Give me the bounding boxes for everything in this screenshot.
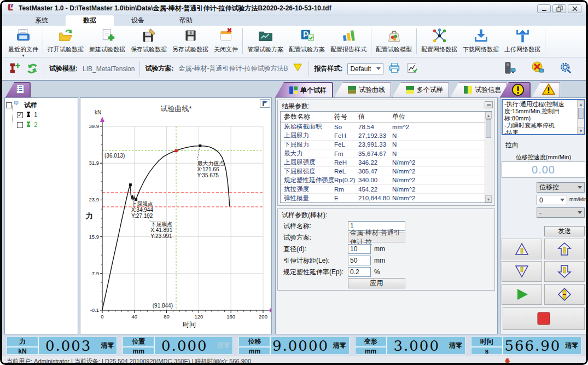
fast-down-button[interactable] bbox=[502, 261, 542, 282]
scrollbar-thumb[interactable] bbox=[578, 108, 584, 119]
results-row[interactable]: 规定塑性延伸强度Rp(0.2)340.00N/mm^2 bbox=[281, 176, 485, 185]
chevron-down-icon bbox=[376, 67, 381, 70]
send-button[interactable]: 发送 bbox=[544, 226, 585, 236]
results-cell: N bbox=[392, 150, 430, 157]
ribbon-button-管理试验方案[interactable]: 管理试验方案 bbox=[244, 27, 286, 56]
results-row[interactable]: 原始横截面积So78.54mm^2 bbox=[281, 123, 485, 131]
ribbon-button-label: 关闭文件 bbox=[214, 45, 238, 54]
control-mode-select[interactable]: 位移控 bbox=[537, 182, 585, 193]
tree-item-1[interactable]: ✓1 bbox=[10, 110, 77, 120]
results-row[interactable]: 抗拉强度Rm454.22N/mm^2 bbox=[281, 185, 485, 194]
scheme-warning-icon[interactable] bbox=[293, 62, 304, 76]
svg-text:31.9: 31.9 bbox=[89, 160, 100, 166]
tab-specimen-list[interactable] bbox=[5, 82, 31, 97]
menu-item-帮助[interactable]: 帮助 bbox=[162, 15, 210, 26]
clamp-button[interactable] bbox=[544, 284, 585, 305]
gear-search-icon[interactable] bbox=[560, 61, 573, 77]
results-row[interactable]: 最大力Fm35,674.67N bbox=[281, 149, 485, 158]
jog-down-button[interactable] bbox=[544, 261, 585, 282]
setpoint-input[interactable]: 0 bbox=[537, 195, 567, 205]
results-group: 结果参数: 参数名称符号值单位原始横截面积So78.54mm^2上屈服力FeH2… bbox=[277, 100, 495, 206]
tab-alarm-0[interactable] bbox=[500, 82, 531, 97]
minimize-button[interactable] bbox=[537, 4, 551, 13]
scheme-warning-icon bbox=[293, 66, 304, 75]
field-input[interactable]: 10 bbox=[348, 244, 371, 254]
collapse-results-button[interactable] bbox=[485, 101, 493, 108]
svg-text:120: 120 bbox=[194, 314, 203, 320]
item-checkbox[interactable]: ✓ bbox=[17, 112, 23, 118]
tab-试验曲线[interactable]: 试验曲线 bbox=[334, 82, 391, 97]
results-row[interactable]: 下屈服力FeL23,991.33N bbox=[281, 141, 485, 149]
tab-tiles-icon bbox=[348, 86, 356, 94]
menu-item-系统[interactable]: 系统 bbox=[18, 15, 66, 26]
ribbon-button-打开试验数据[interactable]: 打开试验数据 bbox=[45, 27, 86, 56]
results-cell: FeL bbox=[334, 141, 358, 148]
ribbon-button-新建试验数据[interactable]: 新建试验数据 bbox=[86, 27, 128, 56]
fast-up-button[interactable] bbox=[502, 239, 542, 259]
restore-button[interactable] bbox=[552, 4, 566, 13]
svg-text:时间: 时间 bbox=[183, 321, 196, 328]
measure-cell-时间: 时间s566.90清零 bbox=[471, 337, 581, 355]
tab-alarm-1[interactable] bbox=[532, 82, 560, 97]
process-log[interactable]: -执行:通用过程(控制速度:15mm/Min,控制目标:80mm) -力瞬时衰减… bbox=[502, 99, 585, 135]
clear-button[interactable]: 清零 bbox=[214, 337, 232, 354]
measure-value: 566.90 bbox=[503, 337, 562, 354]
report-style-select[interactable]: Default bbox=[347, 63, 383, 74]
scrollbar-thumb[interactable] bbox=[486, 119, 491, 138]
item-checkbox[interactable] bbox=[17, 122, 23, 128]
tree-item-2[interactable]: 2 bbox=[10, 120, 77, 130]
svg-text:Y:23.991: Y:23.991 bbox=[150, 233, 172, 239]
clear-button[interactable]: 清零 bbox=[562, 337, 581, 354]
results-scrollbar[interactable]: ▲ ▼ bbox=[485, 112, 492, 202]
ribbon-button-关闭文件[interactable]: 关闭文件 bbox=[211, 27, 241, 56]
print-icon[interactable] bbox=[388, 61, 401, 77]
scroll-down-icon[interactable]: ▼ bbox=[578, 127, 584, 134]
report-preview-icon[interactable] bbox=[406, 61, 420, 77]
apply-button[interactable]: 应用 bbox=[348, 278, 405, 288]
results-row[interactable]: 上屈服力FeH27,192.33N bbox=[281, 131, 485, 140]
log-scrollbar[interactable]: ▲ ▼ bbox=[577, 100, 584, 134]
network-config-icon bbox=[432, 28, 447, 45]
menu-item-数据[interactable]: 数据 bbox=[66, 15, 114, 26]
tab-单个试样[interactable]: 单个试样 bbox=[275, 82, 333, 97]
clear-button[interactable]: 清零 bbox=[446, 337, 465, 354]
field-unit: mm bbox=[374, 257, 385, 264]
ribbon-button-上传网络数据[interactable]: 上传网络数据 bbox=[502, 27, 543, 56]
jog-up-button[interactable] bbox=[544, 239, 585, 259]
results-row[interactable]: 上屈服强度ReH346.22N/mm^2 bbox=[281, 158, 485, 167]
scroll-up-icon[interactable]: ▲ bbox=[485, 112, 492, 119]
stop-button[interactable] bbox=[503, 307, 585, 330]
ribbon-button-配置网络数据[interactable]: 配置网络数据 bbox=[418, 27, 460, 56]
scroll-down-icon[interactable]: ▼ bbox=[485, 195, 492, 202]
machine-icon[interactable] bbox=[503, 61, 517, 77]
add-specimen-icon[interactable] bbox=[8, 61, 21, 77]
close-button[interactable] bbox=[568, 4, 581, 13]
chart-tool-button[interactable] bbox=[260, 99, 270, 108]
tree-item-label: 1 bbox=[34, 111, 38, 119]
results-row[interactable]: 下屈服强度ReL305.47N/mm^2 bbox=[281, 167, 485, 176]
tab-试验信息[interactable]: 试验信息 bbox=[450, 82, 507, 97]
arrow-down-icon bbox=[557, 264, 572, 279]
offline-status-icon[interactable] bbox=[531, 61, 545, 77]
field-input[interactable]: 50 bbox=[348, 256, 371, 265]
scroll-up-icon[interactable]: ▲ bbox=[578, 100, 584, 107]
aux-select[interactable]: - bbox=[537, 207, 585, 218]
ribbon-button-另存试验数据[interactable]: 另存试验数据 bbox=[170, 27, 211, 56]
root-checkbox[interactable] bbox=[6, 102, 12, 108]
svg-text:Y:27.192: Y:27.192 bbox=[131, 213, 153, 219]
ribbon-button-下载网络数据[interactable]: 下载网络数据 bbox=[460, 27, 502, 56]
start-button[interactable] bbox=[502, 284, 542, 305]
menu-item-设备[interactable]: 设备 bbox=[114, 15, 162, 26]
ribbon-button-保存试验数据[interactable]: 保存试验数据 bbox=[128, 27, 170, 56]
ribbon-button-配置试验模型[interactable]: 配置试验模型 bbox=[373, 27, 415, 56]
results-row[interactable]: 弹性模量E210,844.80N/mm^2 bbox=[281, 194, 485, 202]
tab-多个试样[interactable]: 多个试样 bbox=[392, 82, 449, 97]
ribbon-button-配置报告样式[interactable]: 配置报告样式 bbox=[328, 27, 369, 56]
clear-button[interactable]: 清零 bbox=[98, 337, 117, 354]
svg-text:下屈服点: 下屈服点 bbox=[150, 221, 172, 227]
ribbon-button-最近的文件[interactable]: 最近的文件▾ bbox=[5, 27, 41, 56]
field-input[interactable]: 0.2 bbox=[348, 267, 371, 277]
clear-button[interactable]: 清零 bbox=[330, 337, 349, 354]
ribbon-button-配置试验方案[interactable]: 配置试验方案 bbox=[286, 27, 328, 56]
refresh-icon[interactable] bbox=[26, 61, 39, 77]
